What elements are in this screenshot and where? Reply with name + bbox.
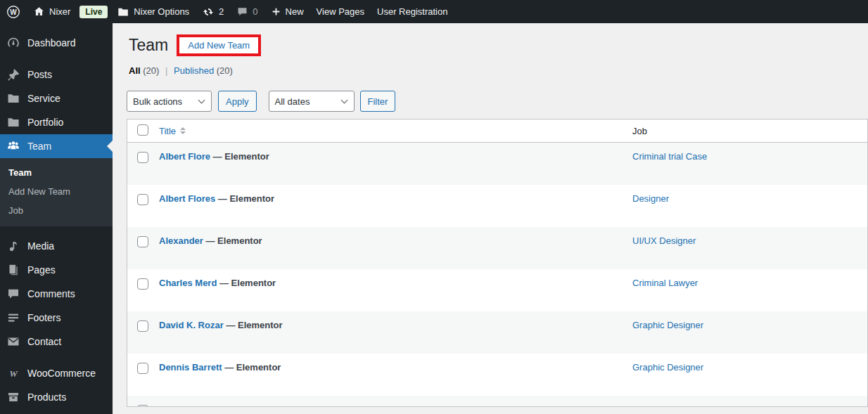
sidebar-item-footers[interactable]: Footers bbox=[0, 306, 113, 330]
view-separator: | bbox=[162, 65, 171, 76]
sidebar-item-user-registration[interactable]: User Registration bbox=[0, 409, 113, 414]
theme-options-label: Nixer Options bbox=[134, 6, 189, 17]
select-all-checkbox[interactable] bbox=[137, 124, 148, 136]
submenu-item-add-new-team[interactable]: Add New Team bbox=[0, 182, 113, 201]
footers-lines-icon bbox=[6, 311, 20, 325]
add-new-team-button[interactable]: Add New Team bbox=[188, 40, 250, 51]
user-registration-menu[interactable]: User Registration bbox=[371, 0, 454, 23]
filter-button[interactable]: Filter bbox=[360, 91, 396, 112]
row-job-link[interactable]: Criminal trial Case bbox=[632, 151, 707, 162]
apply-button[interactable]: Apply bbox=[218, 91, 257, 112]
updates-menu[interactable]: 2 bbox=[196, 0, 230, 23]
row-checkbox[interactable] bbox=[137, 236, 148, 247]
user-registration-label: User Registration bbox=[377, 6, 447, 17]
page-title: Team bbox=[129, 36, 168, 55]
row-checkbox[interactable] bbox=[137, 363, 148, 374]
row-checkbox[interactable] bbox=[137, 405, 148, 406]
row-title-link[interactable]: Alexander bbox=[159, 235, 203, 246]
bulk-actions-value: Bulk actions bbox=[133, 96, 182, 107]
sidebar-item-pages[interactable]: Pages bbox=[0, 258, 113, 282]
table-row-partial bbox=[127, 396, 867, 406]
sidebar-item-posts[interactable]: Posts bbox=[0, 63, 113, 86]
row-title-link[interactable]: Charles Merd bbox=[159, 278, 217, 288]
date-filter-select[interactable]: All dates bbox=[269, 91, 355, 112]
bulk-actions-select[interactable]: Bulk actions bbox=[127, 91, 212, 112]
team-submenu: Team Add New Team Job bbox=[0, 158, 113, 226]
row-title-link[interactable]: David K. Rozar bbox=[159, 320, 224, 330]
comments-menu[interactable]: 0 bbox=[230, 0, 264, 23]
row-checkbox[interactable] bbox=[137, 321, 148, 332]
new-label: New bbox=[286, 6, 304, 17]
svg-text:W: W bbox=[10, 8, 17, 15]
view-pages-label: View Pages bbox=[317, 6, 364, 17]
new-content-menu[interactable]: New bbox=[264, 0, 310, 23]
column-header-title[interactable]: Title bbox=[159, 126, 632, 136]
theme-options-menu[interactable]: Nixer Options bbox=[110, 0, 196, 23]
sidebar-item-team[interactable]: Team bbox=[0, 134, 113, 158]
row-job-link[interactable]: Graphic Designer bbox=[632, 362, 703, 373]
chevron-down-icon bbox=[340, 96, 347, 103]
woocommerce-icon: W bbox=[6, 366, 20, 380]
row-checkbox[interactable] bbox=[137, 152, 148, 163]
table-toolbar: Bulk actions Apply All dates Filter bbox=[127, 91, 868, 112]
live-badge: Live bbox=[79, 6, 108, 18]
wordpress-logo-button[interactable]: W bbox=[0, 0, 27, 23]
sidebar-item-media[interactable]: Media bbox=[0, 234, 113, 258]
sidebar-item-label: Dashboard bbox=[27, 37, 76, 48]
folder-icon bbox=[6, 91, 20, 105]
row-title-link[interactable]: Albert Flore bbox=[159, 151, 210, 162]
row-title-link[interactable]: Dennis Barrett bbox=[159, 362, 222, 373]
page-title-row: Team Add New Team bbox=[113, 23, 868, 56]
row-checkbox[interactable] bbox=[137, 278, 148, 290]
products-box-icon bbox=[6, 390, 20, 404]
sidebar-item-label: WooCommerce bbox=[27, 368, 96, 379]
sidebar-item-woocommerce[interactable]: W WooCommerce bbox=[0, 361, 113, 385]
post-state: — Elementor bbox=[219, 278, 276, 288]
plus-icon bbox=[271, 6, 281, 17]
sidebar-item-contact[interactable]: Contact bbox=[0, 330, 113, 354]
sidebar-item-label: Portfolio bbox=[27, 117, 63, 128]
sidebar-item-portfolio[interactable]: Portfolio bbox=[0, 110, 113, 134]
submenu-item-team[interactable]: Team bbox=[0, 163, 113, 182]
team-groups-icon bbox=[6, 139, 20, 153]
post-state: — Elementor bbox=[206, 235, 262, 246]
table-row: Alexander — Elementor UI/UX Designer bbox=[127, 227, 867, 269]
view-published-link[interactable]: Published bbox=[174, 65, 214, 76]
wordpress-logo-icon: W bbox=[6, 5, 20, 19]
post-state: — Elementor bbox=[226, 320, 282, 330]
media-note-icon bbox=[6, 239, 20, 253]
main-content: Team Add New Team All (20) | Published (… bbox=[113, 23, 868, 414]
submenu-item-job[interactable]: Job bbox=[0, 201, 113, 220]
table-row: Charles Merd — Elementor Criminal Lawyer bbox=[127, 269, 867, 311]
home-icon bbox=[33, 6, 45, 18]
sidebar-item-products[interactable]: Products bbox=[0, 385, 113, 409]
table-row: Albert Flores — Elementor Designer bbox=[127, 185, 867, 227]
sidebar-item-comments[interactable]: Comments bbox=[0, 282, 113, 306]
sidebar-item-label: Posts bbox=[27, 69, 52, 80]
sort-arrows-icon bbox=[180, 127, 186, 134]
site-name-menu[interactable]: Nixer bbox=[27, 0, 77, 23]
update-count: 2 bbox=[219, 6, 224, 17]
post-state: — Elementor bbox=[213, 151, 269, 162]
comment-count: 0 bbox=[253, 6, 257, 17]
dashboard-icon bbox=[6, 36, 20, 50]
sidebar-item-label: Comments bbox=[27, 288, 75, 299]
post-state: — Elementor bbox=[218, 193, 274, 204]
annotation-highlight-box: Add New Team bbox=[177, 34, 261, 56]
view-published-count: (20) bbox=[217, 65, 233, 76]
folder-icon bbox=[6, 115, 20, 129]
view-all-link[interactable]: All bbox=[129, 65, 141, 76]
team-list-table: Title Job Albert Flore — Elementor Crimi… bbox=[127, 119, 868, 407]
table-header-row: Title Job bbox=[127, 119, 867, 143]
sidebar-item-label: Media bbox=[27, 240, 54, 252]
row-job-link[interactable]: UI/UX Designer bbox=[632, 235, 696, 246]
row-checkbox[interactable] bbox=[137, 194, 148, 205]
row-title-link[interactable]: Albert Flores bbox=[159, 193, 215, 204]
sidebar-item-dashboard[interactable]: Dashboard bbox=[0, 31, 113, 55]
view-pages-menu[interactable]: View Pages bbox=[310, 0, 371, 23]
svg-text:W: W bbox=[9, 368, 18, 379]
row-job-link[interactable]: Graphic Designer bbox=[632, 320, 703, 330]
row-job-link[interactable]: Criminal Lawyer bbox=[632, 278, 698, 288]
sidebar-item-service[interactable]: Service bbox=[0, 86, 113, 110]
row-job-link[interactable]: Designer bbox=[632, 193, 669, 204]
